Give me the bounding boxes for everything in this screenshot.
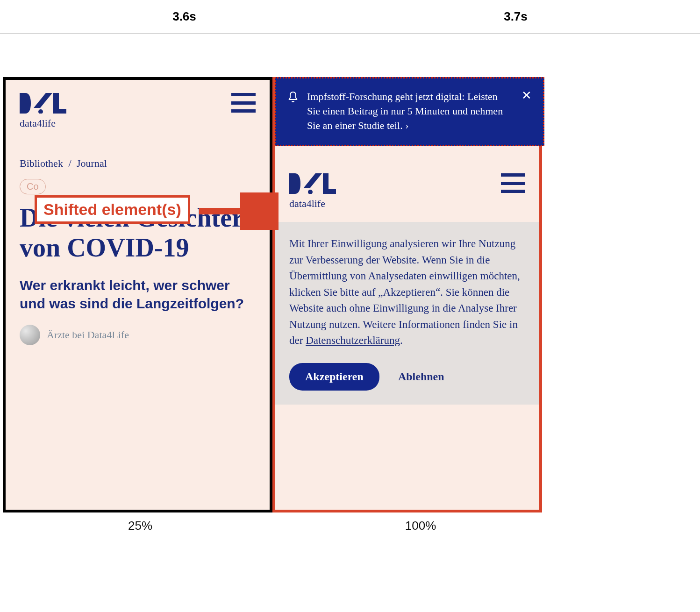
svg-point-3: [308, 190, 313, 194]
header-left: data4life: [6, 80, 270, 129]
breadcrumb-lib[interactable]: Bibliothek: [20, 157, 63, 169]
shift-annotation-label: Shifted element(s): [35, 195, 190, 224]
pct-label-left: 25%: [0, 519, 280, 533]
article-subheadline: Wer erkrankt leicht, wer schwer und was …: [6, 263, 270, 313]
breadcrumb: Bibliothek / Journal: [6, 129, 270, 170]
svg-rect-2: [53, 109, 66, 114]
consent-text: Mit Ihrer Einwilligung analysieren wir I…: [289, 238, 520, 346]
hamburger-menu-right[interactable]: [501, 173, 525, 193]
bell-icon: [287, 91, 299, 107]
time-label-left: 3.6s: [19, 9, 350, 24]
screenshot-before: data4life Bibliothek / Journal Co Die vi…: [3, 77, 272, 512]
top-labels: 3.6s 3.7s: [0, 0, 700, 34]
hamburger-line-icon: [231, 109, 256, 113]
d4l-logo-left[interactable]: data4life: [20, 93, 66, 129]
hamburger-line-icon: [501, 173, 525, 177]
shift-arrow-icon: [199, 192, 279, 230]
hamburger-line-icon: [231, 93, 256, 96]
hamburger-line-icon: [231, 101, 256, 105]
consent-dot: .: [400, 334, 403, 346]
accept-button[interactable]: Akzeptieren: [289, 363, 379, 391]
tag-pill[interactable]: Co: [20, 179, 46, 194]
consent-buttons: Akzeptieren Ablehnen: [289, 363, 525, 391]
d4l-logo-mark-icon: [289, 173, 336, 194]
pct-label-right: 100%: [280, 519, 561, 533]
d4l-logo-right[interactable]: data4life: [289, 173, 336, 210]
time-label-right: 3.7s: [350, 9, 681, 24]
consent-privacy-link[interactable]: Datenschutzerklärung: [306, 334, 400, 346]
author-name: Ärzte bei Data4Life: [47, 329, 129, 341]
consent-panel: Mit Ihrer Einwilligung analysieren wir I…: [275, 222, 539, 405]
banner-text: Impfstoff-Forschung geht jetzt digital: …: [307, 90, 513, 133]
hamburger-line-icon: [501, 190, 525, 193]
logo-subtext-left: data4life: [20, 117, 66, 129]
hamburger-menu-left[interactable]: [231, 93, 256, 113]
bottom-labels: 25% 100%: [0, 519, 561, 533]
breadcrumb-sep: /: [68, 157, 71, 169]
notification-banner[interactable]: Impfstoff-Forschung geht jetzt digital: …: [275, 77, 544, 146]
svg-rect-5: [323, 189, 336, 194]
logo-subtext-right: data4life: [289, 198, 336, 210]
hamburger-line-icon: [501, 182, 525, 185]
reject-button[interactable]: Ablehnen: [398, 368, 444, 385]
breadcrumb-journal[interactable]: Journal: [77, 157, 107, 169]
author-avatar: [20, 325, 40, 345]
svg-point-0: [38, 109, 43, 114]
close-icon[interactable]: ✕: [521, 90, 532, 102]
banner-wrap: Impfstoff-Forschung geht jetzt digital: …: [275, 77, 544, 146]
author-row: Ärzte bei Data4Life: [6, 313, 270, 345]
d4l-logo-mark-icon: [20, 93, 66, 114]
